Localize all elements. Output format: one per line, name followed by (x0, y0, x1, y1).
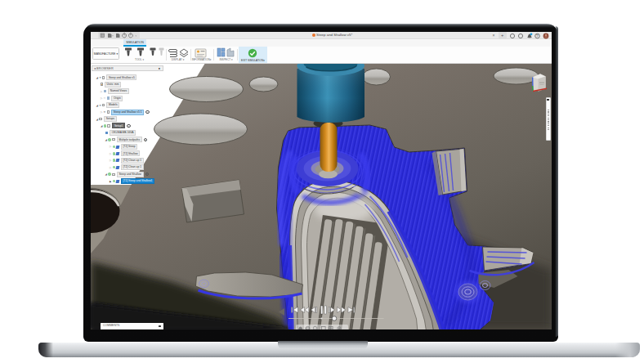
svg-text:?: ? (536, 34, 539, 38)
